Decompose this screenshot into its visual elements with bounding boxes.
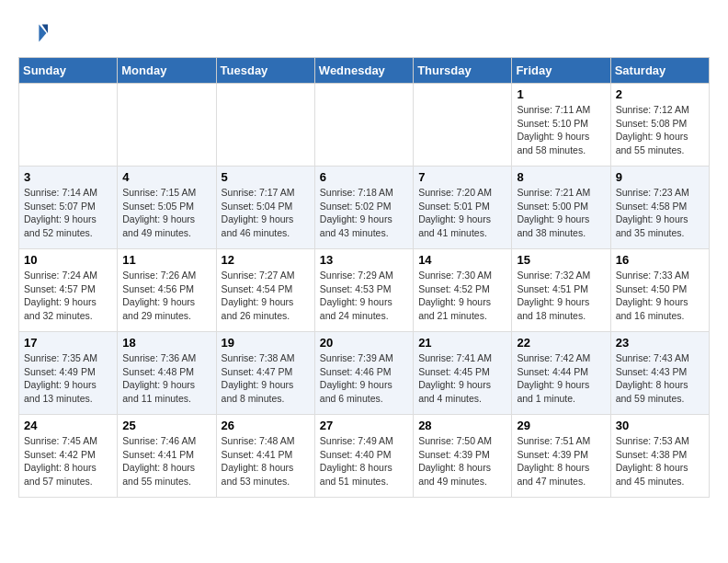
day-number: 8 [517, 170, 605, 184]
day-info: Sunrise: 7:24 AMSunset: 4:57 PMDaylight:… [24, 269, 112, 323]
day-number: 7 [418, 170, 506, 184]
day-cell: 28Sunrise: 7:50 AMSunset: 4:39 PMDayligh… [414, 415, 512, 498]
week-row-4: 17Sunrise: 7:35 AMSunset: 4:49 PMDayligh… [19, 332, 710, 415]
logo [18, 18, 51, 48]
day-info: Sunrise: 7:21 AMSunset: 5:00 PMDaylight:… [517, 186, 605, 240]
day-cell: 10Sunrise: 7:24 AMSunset: 4:57 PMDayligh… [19, 249, 118, 332]
day-number: 24 [24, 419, 112, 432]
week-row-1: 1Sunrise: 7:11 AMSunset: 5:10 PMDaylight… [19, 84, 710, 167]
day-cell: 18Sunrise: 7:36 AMSunset: 4:48 PMDayligh… [118, 332, 216, 415]
col-header-monday: Monday [118, 58, 216, 84]
col-header-wednesday: Wednesday [314, 58, 413, 84]
day-number: 10 [24, 253, 112, 267]
day-info: Sunrise: 7:33 AMSunset: 4:50 PMDaylight:… [616, 269, 704, 323]
day-number: 12 [222, 253, 310, 267]
day-cell: 19Sunrise: 7:38 AMSunset: 4:47 PMDayligh… [216, 332, 314, 415]
day-number: 23 [616, 336, 704, 350]
day-cell: 30Sunrise: 7:53 AMSunset: 4:38 PMDayligh… [610, 415, 709, 498]
day-cell: 26Sunrise: 7:48 AMSunset: 4:41 PMDayligh… [216, 415, 314, 498]
day-cell: 1Sunrise: 7:11 AMSunset: 5:10 PMDaylight… [512, 84, 610, 167]
day-cell [216, 84, 314, 167]
day-info: Sunrise: 7:50 AMSunset: 4:39 PMDaylight:… [418, 434, 506, 488]
day-info: Sunrise: 7:36 AMSunset: 4:48 PMDaylight:… [122, 351, 210, 406]
day-info: Sunrise: 7:29 AMSunset: 4:53 PMDaylight:… [320, 269, 408, 323]
day-info: Sunrise: 7:17 AMSunset: 5:04 PMDaylight:… [222, 186, 310, 240]
day-info: Sunrise: 7:12 AMSunset: 5:08 PMDaylight:… [616, 103, 704, 157]
day-number: 4 [122, 170, 210, 184]
week-row-3: 10Sunrise: 7:24 AMSunset: 4:57 PMDayligh… [19, 249, 710, 332]
day-info: Sunrise: 7:30 AMSunset: 4:52 PMDaylight:… [418, 269, 506, 323]
day-number: 30 [616, 419, 704, 432]
day-cell: 15Sunrise: 7:32 AMSunset: 4:51 PMDayligh… [512, 249, 610, 332]
day-number: 21 [418, 336, 506, 350]
week-row-5: 24Sunrise: 7:45 AMSunset: 4:42 PMDayligh… [19, 415, 710, 498]
day-number: 3 [24, 170, 112, 184]
day-number: 14 [418, 253, 506, 267]
day-cell: 14Sunrise: 7:30 AMSunset: 4:52 PMDayligh… [414, 249, 512, 332]
day-number: 16 [616, 253, 704, 267]
col-header-friday: Friday [512, 58, 610, 84]
logo-icon [18, 18, 48, 48]
day-cell: 3Sunrise: 7:14 AMSunset: 5:07 PMDaylight… [19, 167, 118, 249]
day-cell: 22Sunrise: 7:42 AMSunset: 4:44 PMDayligh… [512, 332, 610, 415]
day-info: Sunrise: 7:23 AMSunset: 4:58 PMDaylight:… [616, 186, 704, 240]
calendar-body: 1Sunrise: 7:11 AMSunset: 5:10 PMDaylight… [19, 84, 710, 498]
day-cell: 13Sunrise: 7:29 AMSunset: 4:53 PMDayligh… [314, 249, 413, 332]
day-number: 20 [320, 336, 408, 350]
day-cell [118, 84, 216, 167]
day-info: Sunrise: 7:38 AMSunset: 4:47 PMDaylight:… [222, 351, 310, 406]
day-number: 17 [24, 336, 112, 350]
day-info: Sunrise: 7:51 AMSunset: 4:39 PMDaylight:… [517, 434, 605, 488]
day-info: Sunrise: 7:46 AMSunset: 4:41 PMDaylight:… [122, 434, 210, 488]
day-number: 19 [222, 336, 310, 350]
day-cell: 9Sunrise: 7:23 AMSunset: 4:58 PMDaylight… [610, 167, 709, 249]
col-header-saturday: Saturday [610, 58, 709, 84]
day-cell: 24Sunrise: 7:45 AMSunset: 4:42 PMDayligh… [19, 415, 118, 498]
day-cell [314, 84, 413, 167]
day-number: 28 [418, 419, 506, 432]
day-cell: 20Sunrise: 7:39 AMSunset: 4:46 PMDayligh… [314, 332, 413, 415]
calendar-table: SundayMondayTuesdayWednesdayThursdayFrid… [18, 57, 710, 498]
day-number: 2 [616, 87, 704, 101]
day-info: Sunrise: 7:14 AMSunset: 5:07 PMDaylight:… [24, 186, 112, 240]
day-info: Sunrise: 7:26 AMSunset: 4:56 PMDaylight:… [122, 269, 210, 323]
day-info: Sunrise: 7:41 AMSunset: 4:45 PMDaylight:… [418, 351, 506, 406]
calendar-header: SundayMondayTuesdayWednesdayThursdayFrid… [19, 58, 710, 84]
day-info: Sunrise: 7:35 AMSunset: 4:49 PMDaylight:… [24, 351, 112, 406]
day-cell: 6Sunrise: 7:18 AMSunset: 5:02 PMDaylight… [314, 167, 413, 249]
day-number: 26 [222, 419, 310, 432]
day-info: Sunrise: 7:32 AMSunset: 4:51 PMDaylight:… [517, 269, 605, 323]
day-number: 25 [122, 419, 210, 432]
day-cell: 25Sunrise: 7:46 AMSunset: 4:41 PMDayligh… [118, 415, 216, 498]
day-number: 22 [517, 336, 605, 350]
day-cell: 7Sunrise: 7:20 AMSunset: 5:01 PMDaylight… [414, 167, 512, 249]
day-cell: 21Sunrise: 7:41 AMSunset: 4:45 PMDayligh… [414, 332, 512, 415]
day-cell [19, 84, 118, 167]
day-cell: 23Sunrise: 7:43 AMSunset: 4:43 PMDayligh… [610, 332, 709, 415]
day-info: Sunrise: 7:15 AMSunset: 5:05 PMDaylight:… [122, 186, 210, 240]
day-number: 13 [320, 253, 408, 267]
day-cell [414, 84, 512, 167]
day-info: Sunrise: 7:42 AMSunset: 4:44 PMDaylight:… [517, 351, 605, 406]
day-info: Sunrise: 7:43 AMSunset: 4:43 PMDaylight:… [616, 351, 704, 406]
day-info: Sunrise: 7:39 AMSunset: 4:46 PMDaylight:… [320, 351, 408, 406]
day-number: 9 [616, 170, 704, 184]
day-info: Sunrise: 7:11 AMSunset: 5:10 PMDaylight:… [517, 103, 605, 157]
day-cell: 11Sunrise: 7:26 AMSunset: 4:56 PMDayligh… [118, 249, 216, 332]
day-info: Sunrise: 7:18 AMSunset: 5:02 PMDaylight:… [320, 186, 408, 240]
col-header-sunday: Sunday [19, 58, 118, 84]
day-info: Sunrise: 7:45 AMSunset: 4:42 PMDaylight:… [24, 434, 112, 488]
day-cell: 5Sunrise: 7:17 AMSunset: 5:04 PMDaylight… [216, 167, 314, 249]
day-cell: 27Sunrise: 7:49 AMSunset: 4:40 PMDayligh… [314, 415, 413, 498]
day-number: 6 [320, 170, 408, 184]
day-number: 11 [122, 253, 210, 267]
day-number: 27 [320, 419, 408, 432]
day-cell: 16Sunrise: 7:33 AMSunset: 4:50 PMDayligh… [610, 249, 709, 332]
col-header-thursday: Thursday [414, 58, 512, 84]
day-info: Sunrise: 7:49 AMSunset: 4:40 PMDaylight:… [320, 434, 408, 488]
day-info: Sunrise: 7:53 AMSunset: 4:38 PMDaylight:… [616, 434, 704, 488]
day-number: 15 [517, 253, 605, 267]
day-number: 29 [517, 419, 605, 432]
col-header-tuesday: Tuesday [216, 58, 314, 84]
day-cell: 8Sunrise: 7:21 AMSunset: 5:00 PMDaylight… [512, 167, 610, 249]
